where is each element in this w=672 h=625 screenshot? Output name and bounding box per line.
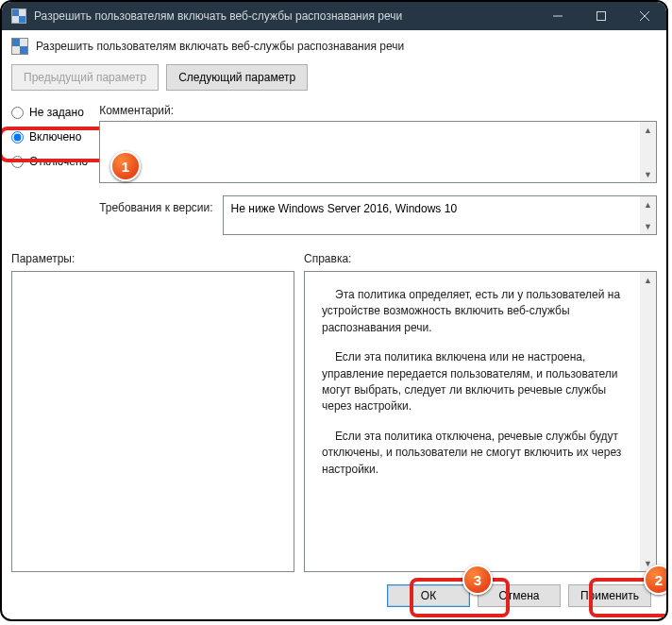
radio-not-configured[interactable]: Не задано [11, 106, 88, 119]
requirements-label: Требования к версии: [99, 195, 212, 214]
radio-disabled-label: Отключено [29, 155, 88, 168]
comment-label: Комментарий: [99, 104, 174, 117]
help-paragraph-1: Эта политика определяет, есть ли у польз… [322, 287, 631, 336]
parameters-panel [11, 271, 294, 572]
scroll-up-icon[interactable]: ▲ [640, 272, 656, 288]
dialog-footer: ОК Отмена Применить [11, 572, 657, 619]
annotation-badge-3: 3 [462, 565, 493, 595]
help-paragraph-2: Если эта политика включена или не настро… [322, 349, 631, 415]
svg-rect-1 [597, 12, 606, 21]
scroll-up-icon[interactable]: ▲ [640, 196, 656, 212]
radio-disabled[interactable]: Отключено [11, 155, 88, 168]
window-titlebar: Разрешить пользователям включать веб-слу… [2, 2, 666, 30]
window-maximize-button[interactable] [580, 2, 623, 30]
annotation-badge-1: 1 [110, 151, 141, 181]
radio-enabled[interactable]: Включено [11, 130, 88, 144]
policy-title: Разрешить пользователям включать веб-слу… [36, 40, 404, 53]
app-icon [11, 8, 26, 24]
comment-textarea[interactable] [99, 121, 657, 183]
requirements-text: Не ниже Windows Server 2016, Windows 10 [231, 202, 457, 215]
scroll-down-icon[interactable]: ▼ [640, 166, 656, 182]
radio-not-configured-label: Не задано [29, 106, 84, 119]
radio-group: Не задано Включено Отключено [11, 104, 88, 235]
ok-button[interactable]: ОК [387, 584, 470, 607]
window-title: Разрешить пользователям включать веб-слу… [34, 9, 402, 23]
apply-button[interactable]: Применить [568, 584, 651, 607]
annotation-badge-2: 2 [644, 565, 668, 595]
window-minimize-button[interactable] [536, 2, 580, 30]
policy-icon [11, 38, 28, 55]
next-setting-button[interactable]: Следующий параметр [166, 64, 308, 91]
help-label: Справка: [304, 252, 657, 265]
scroll-up-icon[interactable]: ▲ [640, 122, 656, 138]
scroll-down-icon[interactable]: ▼ [640, 218, 656, 234]
radio-enabled-label: Включено [29, 130, 81, 144]
help-paragraph-3: Если эта политика отключена, речевые слу… [322, 429, 631, 478]
parameters-label: Параметры: [11, 252, 294, 265]
window-close-button[interactable] [623, 2, 666, 30]
requirements-box: Не ниже Windows Server 2016, Windows 10 [223, 195, 657, 235]
help-panel: Эта политика определяет, есть ли у польз… [304, 271, 657, 572]
previous-setting-button: Предыдущий параметр [11, 64, 159, 91]
